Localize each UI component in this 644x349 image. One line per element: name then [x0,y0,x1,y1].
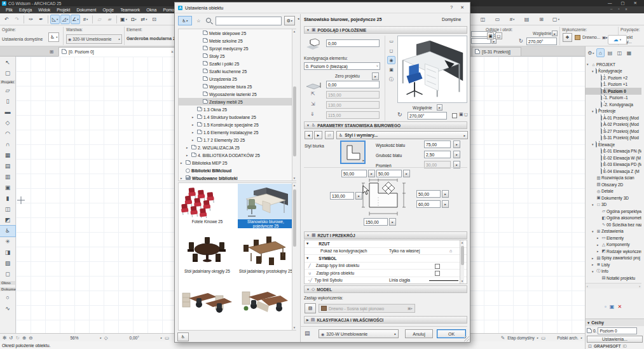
opening-tool-icon[interactable]: ◻ [0,269,15,280]
toolbar-icon[interactable] [48,15,48,24]
mirror-frame-icon[interactable]: ◻ [464,112,468,117]
scrollbar-thumb[interactable] [461,246,464,265]
navigator-tree-item[interactable]: ⓘ Info [586,268,641,275]
rotation-field[interactable]: 270,00° [526,38,557,45]
thumbnail-office-workstation[interactable]: Stanowisko biurowe, pojedyncze 25 [238,184,294,233]
section-classification[interactable]: ▶ ▤ KLASYFIKACJA I WŁAŚCIWOŚCI [304,316,467,324]
dim-left-field[interactable]: 130,00 [330,192,354,200]
dim-arrow[interactable] [442,190,449,198]
zoom-in-icon[interactable]: ⊕ [22,335,26,341]
close-icon[interactable]: ✕ [634,1,637,6]
navigator-tree-item[interactable]: A-01 Przekrój (Mod [586,114,641,121]
scroll-right-icon[interactable]: › [639,284,640,288]
pickup-parameters-icon[interactable]: ✑ [26,15,36,24]
clone-folder-icon[interactable]: ▣ [610,304,615,310]
finish-menu-icon[interactable]: ▣▸ [602,35,608,39]
ghost-story-icon[interactable]: ▱ [95,15,104,24]
slab-tool-icon[interactable]: ◇ [0,118,15,128]
stage-menu-icon[interactable]: ▸ [537,336,538,339]
project-chooser-icon[interactable]: ⚙ [587,48,595,57]
layout-book-icon[interactable]: ◫ [615,48,624,57]
roof-tool-icon[interactable]: ◠ [0,128,15,139]
tool-item[interactable]: Projekt [0,79,15,85]
standard-value[interactable]: Polski arch. [557,336,579,340]
library-tree-item[interactable]: 1.6 Elementy instalacyjne 25 [179,128,296,136]
grid-toggle-icon[interactable]: # [507,15,517,24]
tab-close-icon[interactable]: × [171,50,174,54]
expand-icon[interactable] [186,146,190,149]
layout-icon[interactable]: ▭ [165,335,169,341]
resize-grip[interactable] [464,336,469,341]
scroll-down-icon[interactable]: ▼ [460,279,464,284]
library-tree-item[interactable]: Urządzenia 25 [179,75,296,83]
expand-icon[interactable] [181,161,184,165]
redo-icon[interactable]: ↷ [12,15,22,24]
grid-snap-icon[interactable]: # [81,15,90,24]
navigator-tree-item[interactable]: ◎ Detale [586,188,641,195]
properties-header[interactable]: Cechy [586,318,644,326]
shell-tool-icon[interactable]: ∩ [0,139,15,150]
section-preview-position[interactable]: ▼ ▣ PODGLĄD I POŁOŻENIE [304,26,467,34]
scroll-up-icon[interactable]: ▲ [460,240,464,245]
navigator-tree-item[interactable]: 0. Poziom 0 [586,88,641,95]
navigator-tree-item[interactable]: E-02 Elewacja W (M [586,154,641,161]
library-tree-item[interactable]: 1.5 Konstrukcje specjalne 25 [179,121,296,128]
tool-item[interactable]: Dokume [0,286,15,292]
library-tree-item[interactable]: 1.7 2 Elementy 2D 25 [179,136,296,144]
select-tool-icon[interactable]: ↖ [0,57,15,68]
library-tree-item[interactable]: Zestawy mebli 25 [179,98,296,106]
thumbnail-rect-table[interactable]: Stół jadalniany prostokątny 25 [238,233,294,282]
style-menu-icon[interactable]: ▸ [362,158,364,162]
inject-parameters-icon[interactable]: ✒ [36,15,46,24]
story-select[interactable]: 0. Poziom 0 (bieżąca) ˅ [304,62,380,70]
layer-combo[interactable]: ◉ 320-W Umeblowanie ▸ [66,34,122,44]
story-field[interactable]: Poziom 0 [598,327,637,334]
scrollbar-thumb[interactable] [293,189,296,247]
navigator-tree-item[interactable]: S-27 Przekrój (Mod [586,128,641,135]
thumbnail-round-table[interactable]: Stół jadalniany okrągły 25 [179,233,235,282]
navigator-tree-item[interactable]: ▤ Spisy zawartości proj [586,255,641,262]
scrollbar-thumb[interactable] [293,86,296,156]
expand-icon[interactable] [181,176,184,180]
navigator-tree-item[interactable]: -1. Poziom -1 [586,95,641,102]
setting-row[interactable]: ∪ Zastąp pióra obiektu [305,270,467,277]
undo-zoom-icon[interactable]: ↺ [9,335,13,341]
preview-3d-box[interactable] [397,36,467,103]
library-tree-item[interactable]: Wyposażenie łazienki 25 [179,90,296,98]
split-view-icon[interactable]: ◫ [478,15,488,24]
thumbnail-cinema-seats[interactable]: Fotele Kinowe 25 [179,184,235,233]
navigator-tree-item[interactable]: ▣ Dokumenty 3D [586,195,641,202]
setting-row[interactable]: ▫╱ Typ linii Sybolu Linia ciągła [305,277,467,285]
library-tree-item[interactable]: 4. BIBLIOTEKA DODATKÓW 25 [179,151,296,159]
lamp-tool-icon[interactable]: ✳ [0,236,15,247]
browse-mode-button[interactable]: ♿▸ [178,16,192,25]
navigator-tree-item[interactable]: ◩ Rodzaje wykończeń [586,248,641,255]
scroll-up-icon[interactable]: ▲ [292,29,296,34]
thumbnail-workstation-double[interactable] [179,283,235,331]
help-icon[interactable]: ? [450,5,453,10]
toolbar-icon[interactable] [116,15,117,24]
section-plan-section[interactable]: ▼ ▦ RZUT I PRZEKRÓJ [304,231,467,239]
organizer-icon[interactable]: ⊞ [537,15,546,24]
teamwork-cloud-button[interactable]: ☁ ▾ [608,35,627,44]
param-arrow[interactable] [453,151,460,158]
marquee-tool-icon[interactable]: ▢ [0,68,15,79]
navigator-tree-item[interactable]: ▱ Ogólna perspektywa [586,208,641,215]
window-tool-icon[interactable]: ◫ [0,204,15,215]
navigator-tree-item[interactable]: ∿ 00 Ścieżka bez nazw [586,221,641,228]
preview-plan-icon[interactable]: ▭ [387,37,395,45]
dim-arrow[interactable] [368,170,375,177]
library-tree-item[interactable]: Stoły 25 [179,52,296,60]
navigator-tree-item[interactable]: ▭ Elementy [586,235,641,242]
scroll-down-icon[interactable]: ▼ [292,325,296,330]
menu-item[interactable]: Okna [143,8,160,12]
relative-arrow[interactable] [437,104,442,111]
zoom-value[interactable]: 56% [70,336,78,340]
single-view-icon[interactable]: ▭ [493,15,502,24]
menu-item[interactable]: Opcje [99,8,117,12]
scroll-up-icon[interactable]: ▲ [292,183,296,188]
mirror-icon[interactable]: ▣ [487,32,494,39]
polyline-tool-icon[interactable]: ∿ [0,303,15,314]
door-tool-icon[interactable]: ▮ [0,193,15,204]
dim-right-bottom-field[interactable]: 60,00 [416,200,441,208]
